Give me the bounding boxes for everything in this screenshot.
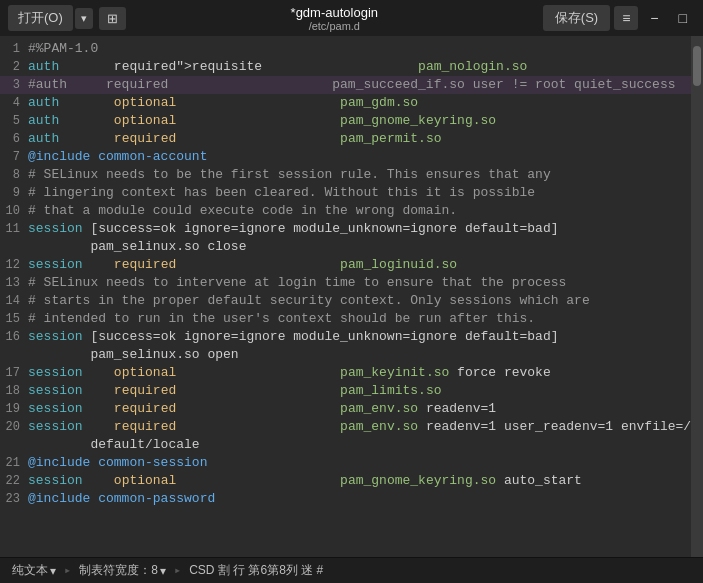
status-sep-2: ▸ — [174, 563, 181, 578]
tab-label: 制表符宽度：8 — [79, 562, 158, 579]
table-row: pam_selinux.so open — [0, 346, 691, 364]
line-number: 23 — [0, 490, 28, 508]
maximize-button[interactable]: □ — [671, 6, 695, 30]
table-row: 17session optional pam_keyinit.so force … — [0, 364, 691, 382]
line-content: # SELinux needs to intervene at login ti… — [28, 274, 691, 292]
file-path: /etc/pam.d — [309, 20, 360, 32]
format-label: 纯文本 — [12, 562, 48, 579]
pin-button[interactable]: ⊞ — [99, 7, 126, 30]
line-content: auth optional pam_gnome_keyring.so — [28, 112, 691, 130]
line-number: 13 — [0, 274, 28, 292]
table-row: 5auth optional pam_gnome_keyring.so — [0, 112, 691, 130]
file-title: *gdm-autologin — [291, 5, 378, 20]
editor-container: 1#%PAM-1.02auth required">requisite pam_… — [0, 36, 703, 557]
table-row: 10# that a module could execute code in … — [0, 202, 691, 220]
line-number: 4 — [0, 94, 28, 112]
line-content: #%PAM-1.0 — [28, 40, 691, 58]
line-number: 9 — [0, 184, 28, 202]
line-content: # SELinux needs to be the first session … — [28, 166, 691, 184]
line-number: 10 — [0, 202, 28, 220]
line-content: # that a module could execute code in th… — [28, 202, 691, 220]
line-number: 17 — [0, 364, 28, 382]
line-content: # intended to run in the user's context … — [28, 310, 691, 328]
table-row: 15# intended to run in the user's contex… — [0, 310, 691, 328]
line-content: pam_selinux.so close — [28, 238, 691, 256]
statusbar: 纯文本 ▾ ▸ 制表符宽度：8 ▾ ▸ CSD 割 行 第6第8列 迷 # — [0, 557, 703, 583]
line-number: 19 — [0, 400, 28, 418]
line-number: 11 — [0, 220, 28, 238]
minimize-button[interactable]: − — [642, 6, 666, 30]
table-row: 1#%PAM-1.0 — [0, 40, 691, 58]
format-dropdown-icon: ▾ — [50, 564, 56, 578]
line-number: 14 — [0, 292, 28, 310]
line-number: 6 — [0, 130, 28, 148]
line-content: # lingering context has been cleared. Wi… — [28, 184, 691, 202]
table-row: 20session required pam_env.so readenv=1 … — [0, 418, 691, 436]
scrollbar-thumb[interactable] — [693, 46, 701, 86]
titlebar-right: 保存(S) ≡ − □ — [543, 5, 695, 31]
line-content: auth optional pam_gdm.so — [28, 94, 691, 112]
open-dropdown-button[interactable]: ▾ — [75, 8, 93, 29]
table-row: 13# SELinux needs to intervene at login … — [0, 274, 691, 292]
table-row: 22session optional pam_gnome_keyring.so … — [0, 472, 691, 490]
save-button[interactable]: 保存(S) — [543, 5, 610, 31]
table-row: 6auth required pam_permit.so — [0, 130, 691, 148]
table-row: 19session required pam_env.so readenv=1 — [0, 400, 691, 418]
scrollbar[interactable] — [691, 36, 703, 557]
table-row: 4auth optional pam_gdm.so — [0, 94, 691, 112]
line-content: default/locale — [28, 436, 691, 454]
line-content: session [success=ok ignore=ignore module… — [28, 220, 691, 238]
titlebar: 打开(O) ▾ ⊞ *gdm-autologin /etc/pam.d 保存(S… — [0, 0, 703, 36]
table-row: 8# SELinux needs to be the first session… — [0, 166, 691, 184]
table-row: pam_selinux.so close — [0, 238, 691, 256]
line-number: 21 — [0, 454, 28, 472]
line-number: 7 — [0, 148, 28, 166]
menu-button[interactable]: ≡ — [614, 6, 638, 30]
line-number: 5 — [0, 112, 28, 130]
line-content: @include common-password — [28, 490, 691, 508]
editor-scroll[interactable]: 1#%PAM-1.02auth required">requisite pam_… — [0, 36, 691, 557]
line-number: 1 — [0, 40, 28, 58]
line-content: session [success=ok ignore=ignore module… — [28, 328, 691, 346]
line-number: 16 — [0, 328, 28, 346]
table-row: 21@include common-session — [0, 454, 691, 472]
table-row: 23@include common-password — [0, 490, 691, 508]
line-content: pam_selinux.so open — [28, 346, 691, 364]
line-content: #auth required pam_succeed_if.so user !=… — [28, 76, 691, 94]
line-content: session required pam_env.so readenv=1 — [28, 400, 691, 418]
line-content: session optional pam_gnome_keyring.so au… — [28, 472, 691, 490]
format-dropdown[interactable]: 纯文本 ▾ — [12, 562, 56, 579]
table-row: 18session required pam_limits.so — [0, 382, 691, 400]
line-content: auth required">requisite pam_nologin.so — [28, 58, 691, 76]
table-row: 9# lingering context has been cleared. W… — [0, 184, 691, 202]
line-content: session required pam_limits.so — [28, 382, 691, 400]
titlebar-left: 打开(O) ▾ ⊞ — [8, 5, 126, 31]
table-row: 14# starts in the proper default securit… — [0, 292, 691, 310]
line-content: session required pam_loginuid.so — [28, 256, 691, 274]
line-number: 3 — [0, 76, 28, 94]
titlebar-center: *gdm-autologin /etc/pam.d — [130, 5, 539, 32]
line-content: auth required pam_permit.so — [28, 130, 691, 148]
table-row: 12session required pam_loginuid.so — [0, 256, 691, 274]
line-number: 18 — [0, 382, 28, 400]
table-row: 16session [success=ok ignore=ignore modu… — [0, 328, 691, 346]
status-sep-1: ▸ — [64, 563, 71, 578]
line-number: 22 — [0, 472, 28, 490]
tab-dropdown[interactable]: 制表符宽度：8 ▾ — [79, 562, 166, 579]
line-number: 8 — [0, 166, 28, 184]
line-number: 20 — [0, 418, 28, 436]
line-content: @include common-session — [28, 454, 691, 472]
line-content: session required pam_env.so readenv=1 us… — [28, 418, 691, 436]
table-row: 2auth required">requisite pam_nologin.so — [0, 58, 691, 76]
table-row: 7@include common-account — [0, 148, 691, 166]
status-extra: CSD 割 行 第6第8列 迷 # — [189, 562, 323, 579]
table-row: 11session [success=ok ignore=ignore modu… — [0, 220, 691, 238]
table-row: default/locale — [0, 436, 691, 454]
line-number: 2 — [0, 58, 28, 76]
table-row: 3#auth required pam_succeed_if.so user !… — [0, 76, 691, 94]
open-button[interactable]: 打开(O) — [8, 5, 73, 31]
line-number: 12 — [0, 256, 28, 274]
line-content: session optional pam_keyinit.so force re… — [28, 364, 691, 382]
line-content: # starts in the proper default security … — [28, 292, 691, 310]
tab-dropdown-icon: ▾ — [160, 564, 166, 578]
